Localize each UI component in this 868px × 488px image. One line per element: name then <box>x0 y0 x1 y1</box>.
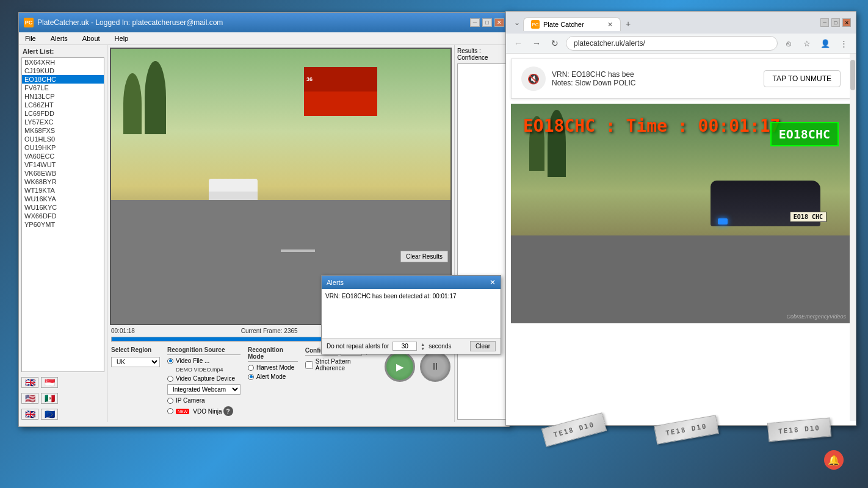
site-plate-on-car: EO18 CHC <box>790 212 826 222</box>
video-file-radio[interactable] <box>167 358 173 364</box>
alert-item[interactable]: LC69FDD <box>22 109 104 118</box>
app-title: PlateCatcher.uk - Logged In: platecatche… <box>37 18 223 27</box>
popup-footer: Do not repeat alerts for ▲ ▼ seconds Cle… <box>322 338 501 354</box>
no-repeat-label: Do not repeat alerts for <box>327 343 389 350</box>
strict-pattern-checkbox[interactable] <box>305 361 313 369</box>
browser-tab[interactable]: PC Plate Catcher ✕ <box>523 17 621 31</box>
strict-pattern-option: Strict Pattern Adherence <box>305 358 377 371</box>
menu-about[interactable]: About <box>79 34 104 43</box>
new-tab-button[interactable]: + <box>621 16 635 31</box>
menu-alerts[interactable]: Alerts <box>47 34 71 43</box>
alert-item[interactable]: OU1HLS0 <box>22 135 104 143</box>
region-select[interactable]: UK US EU <box>111 357 160 367</box>
site-alert-notification: 🔇 VRN: EO18CHC has bee Notes: Slow Down … <box>511 59 851 99</box>
play-button[interactable]: ▶ <box>385 351 415 382</box>
alert-item[interactable]: WK68BYR <box>22 178 104 186</box>
flag-row-3: 🇬🇧 🇪🇺 <box>19 406 107 422</box>
browser-scrollbar[interactable] <box>850 54 856 421</box>
menu-button[interactable]: ⋮ <box>836 36 851 51</box>
desktop: PC PlateCatcher.uk - Logged In: platecat… <box>0 0 868 488</box>
bus-shape: 36 <box>304 67 377 116</box>
bookmark-button[interactable]: ☆ <box>800 36 814 51</box>
browser-win-controls: ─ □ ✕ <box>820 18 851 27</box>
profile-button[interactable]: 👤 <box>818 36 833 51</box>
refresh-button[interactable]: ↻ <box>548 36 562 51</box>
notification-bell[interactable]: 🔔 <box>824 450 844 470</box>
alert-item[interactable]: WT19KTA <box>22 186 104 195</box>
tap-unmute-button[interactable]: TAP TO UNMUTE <box>764 70 841 87</box>
alert-item[interactable]: VK68EWB <box>22 169 104 178</box>
flag-row-1: 🇬🇧 🇸🇬 <box>19 375 107 390</box>
seconds-unit: seconds <box>429 343 451 350</box>
alert-mode-radio[interactable] <box>248 374 254 380</box>
alert-item[interactable]: HN13LCP <box>22 92 104 101</box>
pause-icon: ⏸ <box>430 361 440 372</box>
popup-message: VRN: EO18CHC has been detected at: 00:01… <box>325 293 457 300</box>
browser-maximize[interactable]: □ <box>831 18 840 27</box>
back-button[interactable]: ← <box>511 36 526 51</box>
flag-us: 🇺🇸 <box>21 393 38 404</box>
question-icon[interactable]: ? <box>223 406 233 416</box>
plates-row: TE18 D10 TE18 D10 TE18 D10 <box>505 420 868 439</box>
mute-icon-button[interactable]: 🔇 <box>521 66 546 91</box>
progress-fill <box>112 337 327 341</box>
seconds-spinner[interactable]: ▲ ▼ <box>421 342 425 351</box>
tree-2 <box>145 61 166 134</box>
results-label: Results : Confidence <box>457 48 507 61</box>
alert-item[interactable]: LC66ZHT <box>22 101 104 109</box>
alert-list-box[interactable]: BX64XRH CJ19KUD EO18CHC FV67LE HN13LCP L… <box>21 57 104 372</box>
alert-item[interactable]: MK68FXS <box>22 126 104 135</box>
webcam-select[interactable]: Integrated Webcam <box>167 384 241 395</box>
forward-button[interactable]: → <box>529 36 544 51</box>
popup-title: Alerts <box>327 279 344 286</box>
title-bar-left: PC PlateCatcher.uk - Logged In: platecat… <box>24 18 223 27</box>
clear-results-button[interactable]: Clear Results <box>400 251 448 262</box>
popup-close-button[interactable]: ✕ <box>490 278 496 287</box>
mute-icon: 🔇 <box>527 73 540 85</box>
menu-help[interactable]: Help <box>111 34 132 43</box>
cast-button[interactable]: ⎋ <box>781 36 796 51</box>
harvest-mode-radio[interactable] <box>248 365 254 371</box>
alert-item[interactable]: WU16KYC <box>22 203 104 212</box>
spin-up[interactable]: ▲ <box>421 342 425 346</box>
scrollbar-thumb[interactable] <box>850 60 855 90</box>
seconds-input[interactable] <box>392 342 417 351</box>
alert-item[interactable]: LY57EXC <box>22 118 104 126</box>
alert-list-label: Alert List: <box>19 45 107 57</box>
car-shape <box>209 179 258 200</box>
bell-icon: 🔔 <box>828 454 840 466</box>
address-bar[interactable] <box>566 36 778 51</box>
alert-clear-button[interactable]: Clear <box>470 341 496 351</box>
video-panel: 36 CobraEmergencyVideo <box>107 45 454 422</box>
close-button[interactable]: ✕ <box>494 18 504 27</box>
pause-button[interactable]: ⏸ <box>420 351 450 382</box>
alert-item[interactable]: VA60ECC <box>22 152 104 160</box>
alert-item[interactable]: OU19HKP <box>22 143 104 152</box>
alert-item[interactable]: YP60YMT <box>22 220 104 229</box>
alert-item[interactable]: BX64XRH <box>22 58 104 66</box>
alert-item[interactable]: WU16KYA <box>22 195 104 203</box>
browser-close[interactable]: ✕ <box>842 18 851 27</box>
maximize-button[interactable]: □ <box>482 18 492 27</box>
spin-down[interactable]: ▼ <box>421 346 425 351</box>
alert-list-panel: Alert List: BX64XRH CJ19KUD EO18CHC FV67… <box>19 45 107 422</box>
road-marking <box>281 249 315 252</box>
flag-gb2: 🇬🇧 <box>21 409 38 420</box>
capture-device-radio[interactable] <box>167 376 173 382</box>
vdo-ninja-radio[interactable] <box>167 408 173 414</box>
video-file-option: Video File ... <box>167 357 241 364</box>
ip-camera-radio[interactable] <box>167 398 173 404</box>
tab-close-button[interactable]: ✕ <box>607 21 613 29</box>
site-road <box>511 235 851 323</box>
capture-device-option: Video Capture Device <box>167 375 241 382</box>
minimize-button[interactable]: ─ <box>470 18 480 27</box>
app-content: Alert List: BX64XRH CJ19KUD EO18CHC FV67… <box>19 45 509 422</box>
alert-item[interactable]: WX66DFD <box>22 212 104 220</box>
alert-item[interactable]: CJ19KUD <box>22 66 104 75</box>
alert-item-highlighted[interactable]: EO18CHC <box>22 75 104 84</box>
alert-item[interactable]: VF14WUT <box>22 160 104 169</box>
tab-list-button[interactable]: ⌄ <box>511 14 523 31</box>
alert-item[interactable]: FV67LE <box>22 84 104 92</box>
menu-file[interactable]: File <box>21 34 40 43</box>
browser-minimize[interactable]: ─ <box>820 18 829 27</box>
